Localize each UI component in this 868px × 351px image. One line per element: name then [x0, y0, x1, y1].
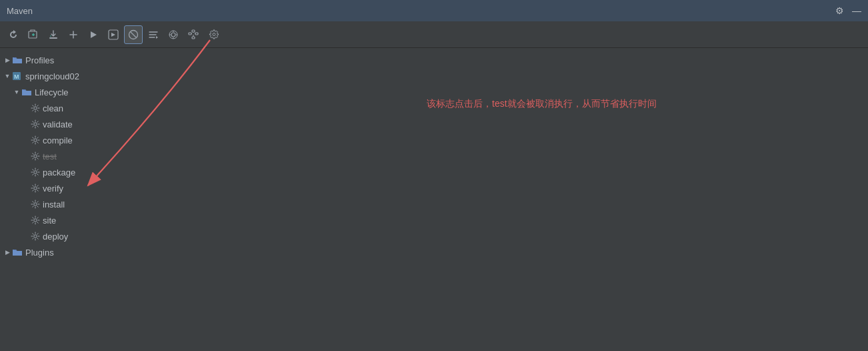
tree-item-install[interactable]: install	[0, 196, 207, 212]
svg-rect-1	[49, 37, 57, 39]
toolbar	[0, 21, 868, 48]
gear-icon-package	[31, 167, 40, 177]
gear-icon-site	[31, 216, 40, 225]
tree-arrow-springcloud02	[3, 71, 12, 81]
add-maven-button[interactable]	[24, 25, 43, 44]
generate-sources-button[interactable]	[144, 25, 163, 44]
tree-label-package: package	[43, 167, 75, 178]
tree-item-plugins[interactable]: Plugins	[0, 244, 207, 260]
tree-item-deploy[interactable]: deploy	[0, 228, 207, 244]
svg-point-20	[34, 139, 37, 141]
tree-item-clean[interactable]: clean	[0, 100, 207, 116]
gear-icon-compile	[31, 135, 40, 145]
svg-point-22	[34, 171, 37, 173]
add-button[interactable]	[64, 25, 83, 44]
tree-item-lifecycle[interactable]: Lifecycle	[0, 84, 207, 100]
tree-label-verify: verify	[43, 184, 63, 194]
tree-label-validate: validate	[43, 119, 73, 129]
gear-icon-validate	[31, 119, 40, 129]
svg-point-24	[34, 203, 37, 206]
tree-label-install: install	[43, 200, 65, 210]
svg-text:M: M	[14, 73, 19, 80]
tree-item-springcloud02[interactable]: M springcloud02	[0, 68, 207, 84]
svg-rect-8	[192, 30, 195, 32]
tree-item-test[interactable]: test	[0, 148, 207, 164]
tree-item-verify[interactable]: verify	[0, 180, 207, 196]
main-panel: Profiles M springcloud02 Lifecycle clean…	[0, 48, 868, 351]
diagram-button[interactable]	[184, 25, 203, 44]
tree-label-plugins: Plugins	[25, 248, 54, 258]
svg-point-26	[34, 235, 37, 238]
tree-item-package[interactable]: package	[0, 164, 207, 180]
svg-point-19	[34, 123, 37, 125]
tree-item-compile[interactable]: compile	[0, 132, 207, 148]
tree-panel: Profiles M springcloud02 Lifecycle clean…	[0, 48, 207, 351]
tree-arrow-plugins	[3, 248, 12, 257]
gear-icon-deploy	[31, 232, 40, 241]
tree-item-validate[interactable]: validate	[0, 116, 207, 132]
svg-point-18	[34, 107, 37, 109]
run-button[interactable]	[84, 25, 103, 44]
show-dependencies-button[interactable]	[164, 25, 183, 44]
gear-icon-verify	[31, 184, 40, 193]
tree-label-deploy: deploy	[43, 232, 68, 242]
folder-icon-plugins	[12, 247, 23, 258]
annotation-arrow	[207, 48, 868, 351]
tree-label-test: test	[43, 151, 57, 161]
title-bar-controls: ⚙ —	[835, 5, 861, 16]
svg-point-5	[171, 33, 175, 37]
tree-label-compile: compile	[43, 135, 73, 145]
svg-point-21	[34, 155, 37, 157]
gear-icon-install	[31, 200, 40, 209]
svg-rect-7	[189, 33, 191, 35]
tree-label-clean: clean	[43, 103, 63, 113]
folder-icon-profiles	[12, 55, 23, 65]
svg-point-25	[34, 219, 37, 222]
tree-item-profiles[interactable]: Profiles	[0, 52, 207, 68]
title-bar: Maven ⚙ —	[0, 0, 868, 21]
folder-icon-lifecycle	[21, 87, 32, 97]
tree-label-profiles: Profiles	[25, 55, 54, 65]
gear-icon-clean	[31, 103, 40, 113]
tree-label-site: site	[43, 216, 56, 226]
svg-point-23	[34, 187, 37, 190]
svg-rect-9	[192, 37, 195, 39]
tree-item-site[interactable]: site	[0, 212, 207, 228]
gear-icon-test	[31, 151, 40, 161]
skip-tests-button[interactable]	[124, 25, 143, 44]
run-background-button[interactable]	[104, 25, 123, 44]
settings-icon[interactable]: ⚙	[835, 5, 844, 16]
tree-arrow-lifecycle	[12, 87, 21, 97]
maven-settings-button[interactable]	[204, 25, 223, 44]
svg-rect-10	[195, 33, 198, 35]
download-button[interactable]	[44, 25, 63, 44]
minimize-icon[interactable]: —	[852, 5, 861, 16]
refresh-button[interactable]	[4, 25, 23, 44]
svg-line-4	[131, 31, 137, 37]
tree-label-lifecycle: Lifecycle	[35, 87, 69, 97]
annotation-panel: 该标志点击后，test就会被取消执行，从而节省执行时间	[207, 48, 868, 351]
tree-label-springcloud02: springcloud02	[25, 71, 79, 81]
annotation-text: 该标志点击后，test就会被取消执行，从而节省执行时间	[427, 98, 657, 110]
tree-arrow-profiles	[3, 55, 12, 65]
svg-point-15	[213, 33, 215, 35]
maven-module-icon-springcloud02: M	[12, 71, 23, 81]
title-bar-title: Maven	[7, 6, 33, 16]
